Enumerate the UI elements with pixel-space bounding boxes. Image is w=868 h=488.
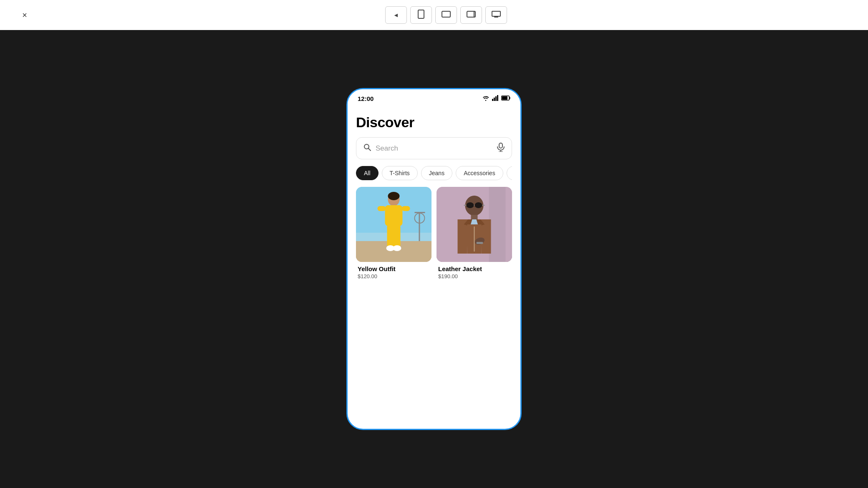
filter-chip-accessories[interactable]: Accessories — [456, 166, 503, 180]
tablet-button[interactable] — [435, 6, 457, 24]
svg-rect-26 — [378, 206, 386, 211]
product-name-leather: Leather Jacket — [438, 265, 510, 272]
close-button[interactable]: × — [17, 7, 33, 23]
svg-rect-0 — [418, 10, 424, 18]
filter-chips: All T-Shirts Jeans Accessories Shoes — [356, 166, 512, 180]
microphone-icon — [497, 143, 505, 154]
svg-line-13 — [368, 148, 371, 151]
search-placeholder: Search — [376, 144, 492, 153]
large-tablet-button[interactable] — [460, 6, 482, 24]
search-bar[interactable]: Search — [356, 137, 512, 159]
filter-chip-jeans[interactable]: Jeans — [421, 166, 452, 180]
svg-rect-1 — [442, 11, 450, 17]
svg-rect-9 — [497, 95, 498, 101]
desktop-icon — [492, 11, 501, 19]
yellow-outfit-image — [356, 187, 431, 262]
back-icon: ◄ — [393, 12, 399, 18]
phone-frame: 12:00 — [346, 88, 522, 430]
search-icon — [363, 143, 371, 153]
status-time: 12:00 — [358, 95, 373, 102]
product-card-yellow-outfit[interactable]: Yellow Outfit $120.00 — [356, 187, 431, 420]
app-content: Discover Search — [348, 108, 520, 429]
svg-rect-14 — [499, 143, 502, 148]
product-price-yellow: $120.00 — [358, 273, 430, 279]
filter-chip-all[interactable]: All — [356, 166, 378, 180]
page-title: Discover — [356, 114, 512, 131]
svg-rect-28 — [387, 224, 394, 247]
product-card-leather-jacket[interactable]: Leather Jacket $190.00 — [437, 187, 512, 420]
svg-point-24 — [388, 192, 400, 200]
desktop-button[interactable] — [485, 6, 507, 24]
portrait-phone-button[interactable] — [410, 6, 432, 24]
product-price-leather: $190.00 — [438, 273, 510, 279]
tablet-icon — [442, 10, 451, 20]
browser-controls: ◄ — [385, 6, 507, 24]
products-grid: Yellow Outfit $120.00 — [356, 187, 512, 420]
leather-jacket-image — [437, 187, 512, 262]
large-tablet-icon — [467, 10, 476, 20]
main-content: 12:00 — [0, 30, 868, 488]
svg-rect-6 — [492, 99, 493, 101]
wifi-icon — [482, 95, 490, 102]
svg-rect-40 — [471, 215, 478, 220]
svg-rect-11 — [502, 96, 507, 100]
product-image-leather — [437, 187, 512, 262]
battery-icon — [501, 96, 510, 102]
svg-rect-20 — [419, 212, 420, 241]
svg-point-35 — [467, 202, 474, 208]
product-image-yellow — [356, 187, 431, 262]
svg-rect-47 — [477, 242, 483, 244]
svg-point-36 — [475, 202, 482, 208]
svg-rect-4 — [492, 11, 500, 16]
status-icons — [482, 95, 510, 102]
browser-bar: × ◄ — [0, 0, 868, 30]
product-info-yellow: Yellow Outfit $120.00 — [356, 262, 431, 281]
close-icon: × — [22, 10, 27, 20]
signal-icon — [492, 95, 499, 102]
svg-point-31 — [393, 245, 401, 251]
status-bar: 12:00 — [348, 89, 520, 108]
product-name-yellow: Yellow Outfit — [358, 265, 430, 272]
svg-rect-27 — [402, 206, 410, 211]
svg-rect-29 — [394, 224, 401, 247]
svg-rect-8 — [495, 96, 497, 101]
svg-rect-33 — [489, 187, 506, 262]
svg-rect-7 — [494, 98, 495, 101]
portrait-phone-icon — [417, 10, 425, 20]
filter-chip-tshirts[interactable]: T-Shirts — [382, 166, 418, 180]
filter-chip-shoes[interactable]: Shoes — [507, 166, 512, 180]
back-button[interactable]: ◄ — [385, 6, 407, 24]
svg-rect-25 — [385, 205, 403, 226]
product-info-leather: Leather Jacket $190.00 — [437, 262, 512, 281]
